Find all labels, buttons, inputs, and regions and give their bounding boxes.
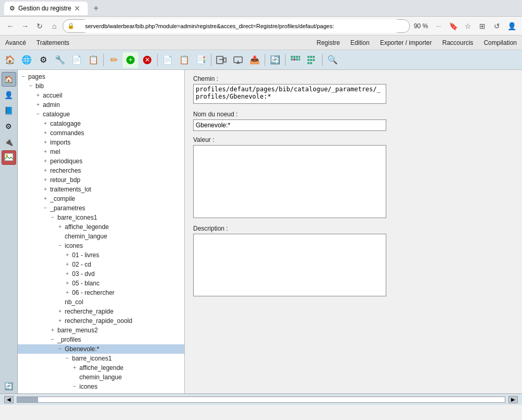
tree-toggle-barre-icones1[interactable]: − xyxy=(49,214,56,221)
tree-toggle-icones[interactable]: − xyxy=(56,242,64,249)
tree-item-catalogage[interactable]: + catalogage xyxy=(18,119,184,128)
tree-toggle-admin[interactable]: + xyxy=(34,101,42,109)
toolbar-tool-button[interactable]: 🔧 xyxy=(52,52,68,68)
tree-item-bib[interactable]: − bib xyxy=(18,81,184,91)
tree-toggle-g-barre-icones1[interactable]: − xyxy=(64,355,71,362)
tree-toggle-recherche-rapide[interactable]: + xyxy=(56,308,64,315)
toolbar-edit-button[interactable]: ✏ xyxy=(106,52,122,68)
toolbar-paste3-button[interactable]: 📑 xyxy=(193,52,209,68)
sidebar-icon-image[interactable] xyxy=(2,150,16,165)
sidebar-icon-refresh[interactable]: 🔄 xyxy=(2,379,16,393)
tree-toggle-01-livres[interactable]: + xyxy=(64,251,71,259)
tree-item-admin[interactable]: + admin xyxy=(18,100,184,110)
tree-toggle-barre-menus2[interactable]: + xyxy=(49,327,56,334)
toolbar-refresh-button[interactable]: 🔄 xyxy=(267,52,283,68)
toolbar-grid1-button[interactable] xyxy=(288,52,303,68)
tree-item-profiles[interactable]: − _profiles xyxy=(18,335,184,344)
tree-item-barre-icones1[interactable]: − barre_icones1 xyxy=(18,213,184,222)
forward-button[interactable]: → xyxy=(19,20,31,32)
toolbar-search-button[interactable]: 🔍 xyxy=(325,52,340,68)
tree-item-recherches[interactable]: + recherches xyxy=(18,166,184,175)
tree-toggle-g-icones[interactable]: − xyxy=(71,383,78,390)
tree-toggle-catalogage[interactable]: + xyxy=(42,120,49,127)
tree-toggle-bib[interactable]: − xyxy=(27,82,34,90)
tree-toggle-02-cd[interactable]: + xyxy=(64,261,71,268)
tree-item-01-livres[interactable]: + 01 - livres xyxy=(18,250,184,260)
tree-item-traitements-lot[interactable]: + traitements_lot xyxy=(18,185,184,194)
toolbar-paste2-button[interactable]: 📋 xyxy=(176,52,192,68)
tree-toggle-profiles[interactable]: − xyxy=(49,336,56,343)
tree-item-mel[interactable]: + mel xyxy=(18,147,184,157)
tree-toggle-recherche-rapide-ooold[interactable]: + xyxy=(56,317,64,325)
home-button[interactable]: ⌂ xyxy=(48,20,61,32)
back-button[interactable]: ← xyxy=(4,20,17,32)
tree-item-05-blanc[interactable]: + 05 - blanc xyxy=(18,279,184,288)
toolbar-add-button[interactable]: + xyxy=(123,52,138,68)
menu-raccourcis[interactable]: Raccourcis xyxy=(437,37,478,49)
tree-item-nb-col[interactable]: · nb_col xyxy=(18,297,184,307)
sidebar-icon-home[interactable]: 🏠 xyxy=(2,72,16,87)
sidebar-toggle-button[interactable]: ⊞ xyxy=(476,20,489,32)
tree-item-icones[interactable]: − icones xyxy=(18,241,184,250)
bookmarks-button[interactable]: 🔖 xyxy=(447,20,459,32)
tree-item-chemin-langue[interactable]: · chemin_langue xyxy=(18,232,184,241)
description-textarea[interactable] xyxy=(193,234,386,296)
tree-toggle-compile[interactable]: + xyxy=(42,195,49,202)
reload-button[interactable]: ↻ xyxy=(33,20,46,32)
tree-toggle-catalogue[interactable]: − xyxy=(34,111,42,118)
menu-registre[interactable]: Registre xyxy=(312,37,346,49)
tree-item-recherche-rapide[interactable]: + recherche_rapide xyxy=(18,307,184,316)
tree-item-gbenevole[interactable]: − Gbenevole:* xyxy=(18,344,184,354)
tree-toggle-retour-bdp[interactable]: + xyxy=(42,176,49,184)
tree-toggle-recherches[interactable]: + xyxy=(42,167,49,174)
tree-item-g-icones[interactable]: − icones xyxy=(18,382,184,391)
tree-item-retour-bdp[interactable]: + retour_bdp xyxy=(18,175,184,185)
toolbar-doc2-button[interactable]: 📋 xyxy=(86,52,101,68)
sidebar-icon-settings[interactable]: ⚙ xyxy=(2,119,16,134)
menu-exporter-importer[interactable]: Exporter / importer xyxy=(375,37,437,49)
tree-item-affiche-legende[interactable]: + affiche_legende xyxy=(18,222,184,232)
tree-item-g-01-livres[interactable]: + 01 - livres xyxy=(18,391,184,393)
tree-toggle-g-affiche-legende[interactable]: + xyxy=(71,364,78,371)
tree-toggle-pages[interactable]: − xyxy=(20,73,27,80)
tree-toggle-mel[interactable]: + xyxy=(42,148,49,155)
valeur-textarea[interactable] xyxy=(193,145,386,218)
tab-close-button[interactable]: ✕ xyxy=(74,4,80,13)
toolbar-export3-button[interactable]: 📤 xyxy=(247,52,263,68)
tree-item-parametres[interactable]: − _parametres xyxy=(18,203,184,213)
tree-panel[interactable]: − pages − bib + accueil + admin − catalo… xyxy=(18,70,185,393)
sidebar-icon-user[interactable]: 👤 xyxy=(2,88,16,102)
tree-item-g-affiche-legende[interactable]: + affiche_legende xyxy=(18,363,184,373)
toolbar-export1-button[interactable] xyxy=(213,52,229,68)
toolbar-delete-button[interactable]: ✕ xyxy=(139,52,155,68)
tree-item-imports[interactable]: + imports xyxy=(18,138,184,147)
tree-item-06-rechercher[interactable]: + 06 - rechercher xyxy=(18,288,184,297)
more-options-button[interactable]: ··· xyxy=(432,20,445,32)
tree-item-pages[interactable]: − pages xyxy=(18,72,184,81)
tree-toggle-imports[interactable]: + xyxy=(42,139,49,146)
chemin-input[interactable]: profiles/defaut/pages/bib/catalogue/_par… xyxy=(193,84,386,104)
menu-edition[interactable]: Edition xyxy=(345,37,375,49)
toolbar-grid2-button[interactable] xyxy=(304,52,320,68)
menu-traitements[interactable]: Traitements xyxy=(31,37,75,49)
menu-compilation[interactable]: Compilation xyxy=(479,37,522,49)
tree-toggle-gbenevole[interactable]: − xyxy=(56,345,64,353)
menu-avance[interactable]: Avancé xyxy=(0,37,31,49)
history-button[interactable]: ↺ xyxy=(491,20,503,32)
profile-button[interactable]: 👤 xyxy=(505,20,518,32)
tree-item-accueil[interactable]: + accueil xyxy=(18,91,184,100)
tree-toggle-affiche-legende[interactable]: + xyxy=(56,223,64,231)
tree-toggle-03-dvd[interactable]: + xyxy=(64,270,71,278)
tree-item-catalogue[interactable]: − catalogue xyxy=(18,110,184,119)
url-input[interactable] xyxy=(80,19,402,33)
browser-tab[interactable]: ⚙ Gestion du registre ✕ xyxy=(4,2,88,15)
tree-item-periodiques[interactable]: + periodiques xyxy=(18,157,184,166)
star-button[interactable]: ☆ xyxy=(461,20,474,32)
sidebar-icon-book[interactable]: 📘 xyxy=(2,103,16,118)
tree-toggle-06-rechercher[interactable]: + xyxy=(64,289,71,296)
statusbar-scrollbar[interactable] xyxy=(17,397,505,403)
tree-toggle-05-blanc[interactable]: + xyxy=(64,280,71,287)
tree-item-02-cd[interactable]: + 02 - cd xyxy=(18,260,184,269)
tree-toggle-periodiques[interactable]: + xyxy=(42,158,49,165)
toolbar-globe-button[interactable]: 🌐 xyxy=(19,52,34,68)
